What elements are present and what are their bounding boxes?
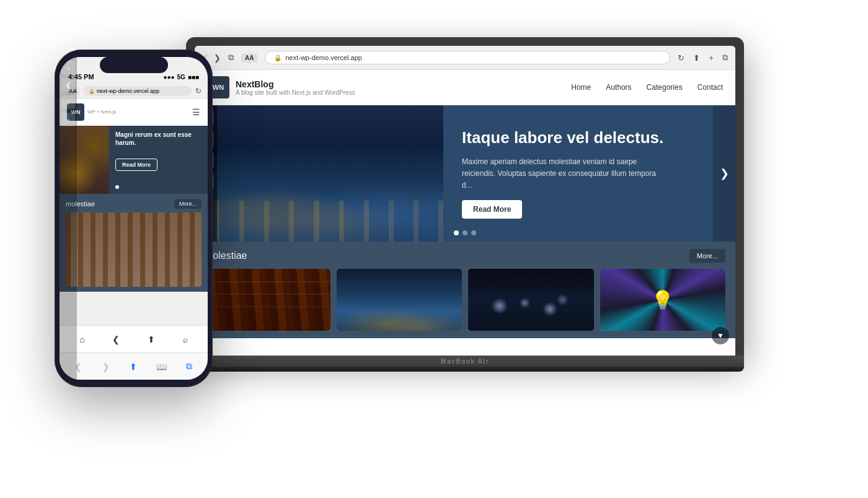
laptop-site-logo: WN NextBlog A blog site built with Next.… <box>207 76 355 98</box>
laptop-category-header: molestiae More... <box>205 249 725 263</box>
phone-bottom-nav: ⌂ ❮ ⬆ ⌕ <box>60 325 208 352</box>
phone-hero-title: Magni rerum ex sunt esse harum. <box>115 131 202 147</box>
phone-url-bar[interactable]: 🔒 next-wp-demo.vercel.app <box>84 86 192 96</box>
category-image-fence <box>205 269 330 331</box>
laptop-hero-description: Maxime aperiam delectus molestiae veniam… <box>462 156 660 192</box>
phone-reload-button[interactable]: ↻ <box>195 87 202 95</box>
laptop-reload-icon[interactable]: ↻ <box>678 53 684 63</box>
phone-side-search-icon[interactable]: ⌕ <box>61 126 75 126</box>
laptop-lock-icon: 🔒 <box>274 55 281 61</box>
laptop-site-nav: WN NextBlog A blog site built with Next.… <box>195 70 735 105</box>
phone-device: 4:45 PM ●●● 5G ■■■ AA 🔒 next-wp-demo.ver… <box>55 50 213 387</box>
category-item-4[interactable] <box>600 269 726 331</box>
laptop-url-bar[interactable]: 🔒 next-wp-demo.vercel.app <box>265 51 670 64</box>
laptop-scroll-button[interactable]: ▼ <box>712 327 729 344</box>
laptop-toolbar-icons: ⧉ <box>228 53 234 63</box>
laptop-tabs-overview-icon[interactable]: ⧉ <box>228 53 234 63</box>
safari-bookmarks-button[interactable]: 📖 <box>153 358 170 375</box>
phone-category-header: molestiae More... <box>66 199 202 209</box>
laptop-read-more-button[interactable]: Read More <box>462 200 522 219</box>
phone-nav-back-icon[interactable]: ❮ <box>112 334 120 344</box>
laptop-nav-links: Home Authors Categories Contact <box>571 83 723 92</box>
phone-hero-text: Magni rerum ex sunt esse harum. Read Mor… <box>109 126 208 194</box>
laptop-nav-contact[interactable]: Contact <box>698 83 723 92</box>
battery-icon: ■■■ <box>188 74 199 81</box>
scene: 4:45 PM ●●● 5G ■■■ AA 🔒 next-wp-demo.ver… <box>0 0 868 498</box>
phone-screen: 4:45 PM ●●● 5G ■■■ AA 🔒 next-wp-demo.ver… <box>60 57 208 380</box>
phone-side-icons: ⌂ ❮ ↑ ⌕ <box>60 126 77 194</box>
category-image-amsterdam <box>337 269 463 331</box>
lock-icon: 🔒 <box>89 89 95 94</box>
safari-share-button[interactable]: ⬆ <box>125 358 142 375</box>
phone-more-button[interactable]: More... <box>174 199 202 209</box>
laptop-right-icons: ↻ ⬆ + ⧉ <box>678 53 728 63</box>
laptop-hero-right-arrow: ❯ <box>720 167 729 180</box>
signal-icon: ●●● <box>163 74 174 81</box>
laptop-nav-authors[interactable]: Authors <box>606 83 631 92</box>
laptop-brand-label: MacBook Air <box>441 358 489 365</box>
laptop-share-icon[interactable]: ⬆ <box>693 53 700 63</box>
laptop-hero-dots <box>454 230 476 235</box>
phone-nav-home-icon[interactable]: ⌂ <box>79 334 84 344</box>
phone-safari-bar: ❮ ❯ ⬆ 📖 ⧉ <box>60 352 208 380</box>
laptop-tab-overview-icon[interactable]: ⧉ <box>722 53 728 63</box>
laptop-url-text: next-wp-demo.vercel.app <box>285 54 362 61</box>
phone-url-text: next-wp-demo.vercel.app <box>97 88 159 94</box>
laptop-hero-text: Itaque labore vel delectus. Maxime aperi… <box>443 105 735 242</box>
phone-hero-dots <box>115 185 202 189</box>
laptop-category-grid <box>205 269 725 331</box>
phone-nav-share-icon[interactable]: ⬆ <box>148 334 155 344</box>
laptop-stand <box>186 367 744 372</box>
laptop-nav-categories[interactable]: Categories <box>647 83 683 92</box>
laptop-dot-1 <box>454 230 459 235</box>
laptop-browser-chrome: ❮ ❯ ⧉ AA 🔒 next-wp-demo.vercel.app ↻ ⬆ <box>195 46 735 70</box>
phone-frame: 4:45 PM ●●● 5G ■■■ AA 🔒 next-wp-demo.ver… <box>55 50 213 387</box>
phone-category-image <box>66 212 202 287</box>
laptop-hero-section: ⌂ ❮ ↑ ⌕ ❮ ❯ Itaque labor <box>195 105 735 242</box>
phone-site-header: WN WP + Next.js ☰ <box>60 98 208 126</box>
laptop-dot-2 <box>463 230 467 235</box>
laptop-hero-next-button[interactable]: ❯ <box>713 105 735 242</box>
phone-nav-search-icon[interactable]: ⌕ <box>183 334 188 344</box>
laptop-dot-3 <box>471 230 476 235</box>
safari-forward-button[interactable]: ❯ <box>97 358 115 375</box>
category-image-lightbulb <box>600 269 726 331</box>
laptop-frame: ❮ ❯ ⧉ AA 🔒 next-wp-demo.vercel.app ↻ ⬆ <box>186 37 744 356</box>
category-item-3[interactable] <box>468 269 594 331</box>
laptop-more-button[interactable]: More... <box>689 249 725 263</box>
laptop-category-section: molestiae More... <box>195 242 735 338</box>
phone-read-more-button[interactable]: Read More <box>115 159 157 171</box>
phone-hamburger-menu[interactable]: ☰ <box>192 107 200 117</box>
phone-logo-subtext: WP + Next.js <box>87 109 116 115</box>
laptop-screen: ❮ ❯ ⧉ AA 🔒 next-wp-demo.vercel.app ↻ ⬆ <box>195 46 735 356</box>
laptop-hero-title: Itaque labore vel delectus. <box>462 128 717 147</box>
laptop-forward-button[interactable]: ❯ <box>214 53 221 63</box>
laptop-site-name-group: NextBlog A blog site built with Next.js … <box>236 79 355 96</box>
laptop-site-tagline: A blog site built with Next.js and WordP… <box>236 89 355 96</box>
phone-browser-bar: AA 🔒 next-wp-demo.vercel.app ↻ <box>60 84 208 98</box>
safari-tabs-button[interactable]: ⧉ <box>180 358 198 375</box>
phone-hero-section: ⌂ ❮ ↑ ⌕ Magni rerum ex sunt esse harum. … <box>60 126 208 194</box>
category-item-2[interactable] <box>337 269 463 331</box>
category-image-city-lights <box>468 269 594 331</box>
laptop-add-tab-icon[interactable]: + <box>709 53 714 63</box>
laptop-hero-image <box>195 105 443 242</box>
laptop-device: ❮ ❯ ⧉ AA 🔒 next-wp-demo.vercel.app ↻ ⬆ <box>186 37 744 372</box>
network-indicator: 5G <box>177 74 185 81</box>
laptop-hero-cityscape <box>195 105 443 242</box>
phone-notch <box>100 57 168 73</box>
phone-status-right: ●●● 5G ■■■ <box>163 74 199 81</box>
laptop-aa-button[interactable]: AA <box>241 53 257 63</box>
phone-category-section: molestiae More... ▼ <box>60 194 208 292</box>
category-item-1[interactable] <box>205 269 330 331</box>
laptop-site-name: NextBlog <box>236 79 355 89</box>
laptop-base: MacBook Air <box>186 356 744 367</box>
phone-category-image-inner <box>66 212 202 287</box>
laptop-nav-home[interactable]: Home <box>571 83 591 92</box>
phone-dot-1 <box>115 185 119 189</box>
